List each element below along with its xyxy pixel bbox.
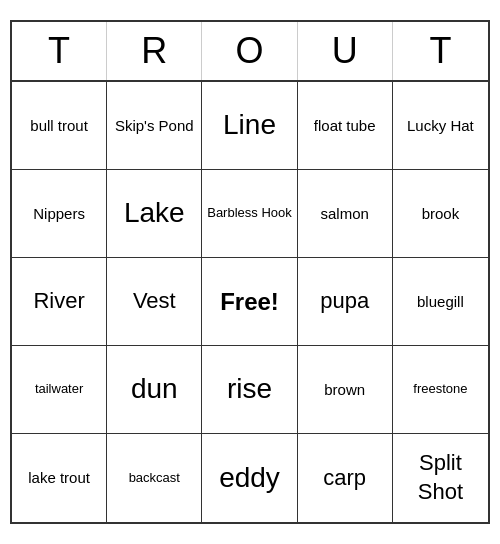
bingo-cell: Lucky Hat [393, 82, 488, 170]
bingo-cell: salmon [298, 170, 393, 258]
bingo-grid: bull troutSkip's PondLinefloat tubeLucky… [12, 82, 488, 522]
bingo-cell: Skip's Pond [107, 82, 202, 170]
bingo-cell: Free! [202, 258, 297, 346]
header-letter: T [12, 22, 107, 80]
bingo-cell: brook [393, 170, 488, 258]
bingo-cell: Lake [107, 170, 202, 258]
bingo-card: TROUT bull troutSkip's PondLinefloat tub… [10, 20, 490, 524]
bingo-cell: brown [298, 346, 393, 434]
bingo-cell: bluegill [393, 258, 488, 346]
bingo-cell: bull trout [12, 82, 107, 170]
bingo-cell: River [12, 258, 107, 346]
bingo-cell: backcast [107, 434, 202, 522]
bingo-cell: carp [298, 434, 393, 522]
bingo-cell: eddy [202, 434, 297, 522]
bingo-cell: freestone [393, 346, 488, 434]
bingo-header: TROUT [12, 22, 488, 82]
header-letter: O [202, 22, 297, 80]
bingo-cell: Vest [107, 258, 202, 346]
header-letter: T [393, 22, 488, 80]
bingo-cell: Nippers [12, 170, 107, 258]
header-letter: U [298, 22, 393, 80]
bingo-cell: Barbless Hook [202, 170, 297, 258]
bingo-cell: Split Shot [393, 434, 488, 522]
bingo-cell: tailwater [12, 346, 107, 434]
header-letter: R [107, 22, 202, 80]
bingo-cell: lake trout [12, 434, 107, 522]
bingo-cell: rise [202, 346, 297, 434]
bingo-cell: float tube [298, 82, 393, 170]
bingo-cell: dun [107, 346, 202, 434]
bingo-cell: pupa [298, 258, 393, 346]
bingo-cell: Line [202, 82, 297, 170]
